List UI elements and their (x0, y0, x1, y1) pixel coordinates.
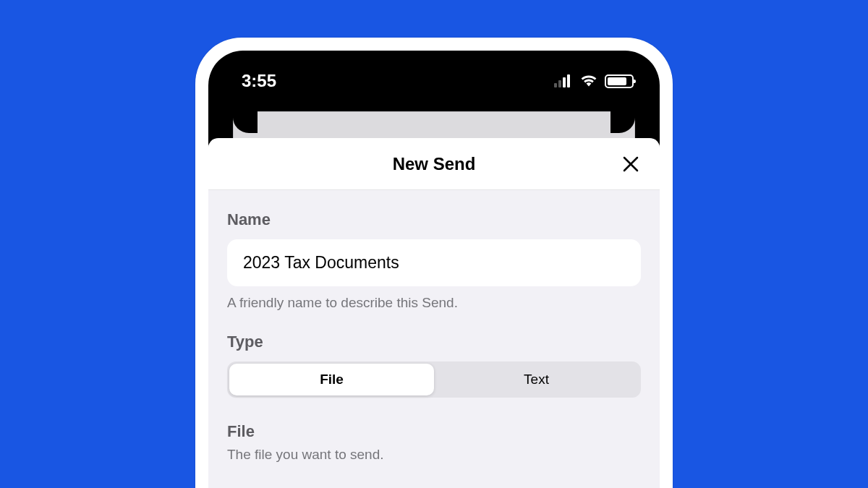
status-time: 3:55 (242, 71, 276, 91)
modal-sheet: New Send Name A friendly name to describ… (208, 138, 660, 488)
close-button[interactable] (619, 153, 642, 176)
file-section: File The file you want to send. (227, 422, 641, 463)
wifi-icon (579, 74, 598, 88)
status-bar: 3:55 (208, 51, 660, 111)
type-label: Type (227, 333, 641, 351)
type-section: Type File Text (227, 333, 641, 398)
modal-header: New Send (208, 138, 660, 190)
name-section: Name A friendly name to describe this Se… (227, 210, 641, 311)
file-helper-text: The file you want to send. (227, 447, 641, 463)
type-option-file[interactable]: File (229, 364, 434, 395)
cellular-signal-icon (554, 74, 573, 87)
status-icons (554, 74, 634, 88)
close-icon (621, 155, 640, 174)
name-input[interactable] (227, 239, 641, 286)
modal-body: Name A friendly name to describe this Se… (208, 190, 660, 488)
name-label: Name (227, 210, 641, 229)
type-segmented-control: File Text (227, 361, 641, 398)
phone-screen: 3:55 (208, 51, 660, 488)
battery-icon (605, 74, 634, 88)
background-sheet-peek (208, 111, 660, 139)
file-label: File (227, 422, 641, 441)
type-option-text[interactable]: Text (434, 364, 639, 395)
name-helper-text: A friendly name to describe this Send. (227, 295, 641, 311)
phone-frame: 3:55 (195, 38, 673, 488)
modal-title: New Send (393, 154, 476, 174)
